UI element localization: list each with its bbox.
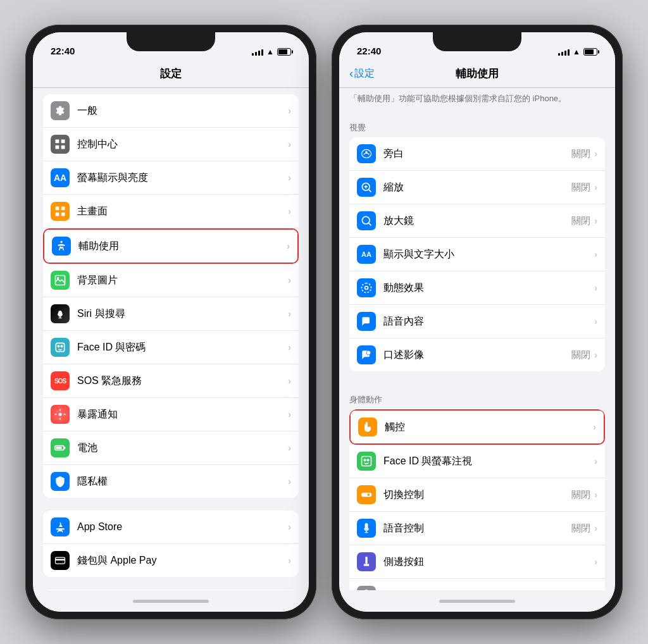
home-bar-left [133, 600, 209, 603]
touch-label: 觸控 [385, 421, 593, 434]
list-item-sos[interactable]: SOS SOS 緊急服務 › [43, 364, 299, 398]
list-item-motion[interactable]: 動態效果 › [349, 271, 605, 305]
battery-icon-right [583, 48, 597, 56]
general-label: 一般 [77, 104, 288, 118]
battery-fill-left [278, 49, 287, 54]
wallpaper-chevron: › [288, 275, 291, 285]
list-item-general[interactable]: 一般 › [43, 94, 299, 128]
list-item-passwords[interactable]: 密碼 › [43, 590, 299, 590]
list-item-voice-control[interactable]: 語音控制 關閉 › [349, 512, 605, 545]
wallet-chevron: › [288, 555, 291, 566]
list-group-stores: App Store › 錢包與 Apple Pay › [43, 511, 299, 577]
appstore-icon [51, 517, 70, 536]
svg-rect-41 [362, 457, 371, 466]
svg-point-16 [58, 345, 59, 347]
list-item-audio-desc[interactable]: 口述影像 關閉 › [349, 338, 605, 371]
nav-bar-left: 設定 [33, 60, 309, 88]
list-item-appstore[interactable]: App Store › [43, 511, 299, 544]
signal-bar-3 [258, 51, 260, 56]
svg-line-38 [368, 223, 371, 226]
faceid-gaze-chevron: › [594, 456, 597, 466]
signal-bar-r1 [558, 53, 560, 56]
faceid-label: Face ID 與密碼 [77, 341, 288, 354]
list-item-apple-tv[interactable]: Apple TV遙控器 › [349, 579, 605, 590]
exposure-label: 暴露通知 [77, 408, 288, 421]
svg-point-32 [365, 151, 367, 153]
list-item-magnifier[interactable]: 放大鏡 關閉 › [349, 204, 605, 238]
physical-section-header: 身體動作 [339, 384, 615, 409]
list-item-wallet[interactable]: 錢包與 Apple Pay › [43, 544, 299, 577]
list-item-zoom[interactable]: 縮放 關閉 › [349, 171, 605, 204]
spoken-content-label: 語音內容 [383, 315, 594, 328]
svg-rect-2 [61, 140, 65, 144]
settings-content-right: 「輔助使用」功能可協助您根據個別需求自訂您的 iPhone。 視覺 旁白 關閉 … [339, 88, 615, 590]
magnifier-icon [357, 211, 376, 230]
switch-control-label: 切換控制 [383, 488, 571, 502]
nav-bar-right: ‹ 設定 輔助使用 [339, 60, 615, 88]
voice-control-chevron: › [594, 523, 597, 533]
battery-icon-left [277, 48, 291, 56]
svg-point-39 [365, 287, 368, 290]
display-chevron: › [288, 173, 291, 183]
battery-label: 電池 [77, 442, 288, 455]
list-item-faceid-gaze[interactable]: Face ID 與螢幕注視 › [349, 445, 605, 478]
list-item-display-text[interactable]: AA 顯示與文字大小 › [349, 238, 605, 271]
list-item-switch-control[interactable]: 切換控制 關閉 › [349, 478, 605, 512]
nav-back-label: 設定 [354, 67, 375, 80]
svg-rect-4 [61, 146, 65, 149]
svg-point-42 [364, 459, 366, 461]
home-indicator-left [33, 590, 309, 612]
nav-back-button[interactable]: ‹ 設定 [349, 67, 375, 80]
list-item-accessibility[interactable]: 輔助使用 › [44, 230, 297, 263]
battery-list-icon [51, 438, 70, 457]
signal-bars-left [252, 48, 263, 56]
touch-icon [358, 418, 377, 437]
list-item-voiceover[interactable]: 旁白 關閉 › [349, 137, 605, 171]
svg-point-45 [367, 493, 370, 497]
list-item-siri[interactable]: Siri 與搜尋 › [43, 297, 299, 331]
list-group-accounts: 密碼 › 郵件 › [43, 590, 299, 590]
list-item-battery[interactable]: 電池 › [43, 431, 299, 465]
accessibility-description: 「輔助使用」功能可協助您根據個別需求自訂您的 iPhone。 [339, 88, 615, 112]
status-icons-right: ▲ [558, 47, 597, 56]
svg-rect-48 [365, 557, 367, 564]
list-item-home-screen[interactable]: 主畫面 › [43, 195, 299, 228]
list-item-display[interactable]: AA 螢幕顯示與亮度 › [43, 161, 299, 195]
status-icons-left: ▲ [252, 47, 291, 56]
exposure-chevron: › [288, 409, 291, 419]
signal-bar-r4 [568, 49, 570, 56]
battery-chevron: › [288, 443, 291, 453]
spoken-content-icon [357, 312, 376, 331]
settings-scroll-left: 一般 › 控制中心 › AA 螢幕顯示與亮度 [33, 88, 309, 590]
list-item-exposure[interactable]: 暴露通知 › [43, 398, 299, 431]
nav-back-chevron: ‹ [349, 67, 353, 80]
svg-rect-24 [56, 447, 61, 449]
general-chevron: › [288, 106, 291, 116]
display-label: 螢幕顯示與亮度 [77, 171, 288, 185]
list-item-faceid[interactable]: Face ID 與密碼 › [43, 331, 299, 364]
phone-right: 22:40 ▲ ‹ 設定 輔助使用 [332, 25, 623, 619]
audio-desc-chevron: › [594, 350, 597, 360]
list-item-spoken-content[interactable]: 語音內容 › [349, 305, 605, 338]
signal-bar-2 [255, 52, 257, 56]
wifi-icon-left: ▲ [266, 47, 274, 56]
list-item-wallpaper[interactable]: 背景圖片 › [43, 264, 299, 297]
zoom-value: 關閉 [571, 182, 590, 194]
switch-control-chevron: › [594, 490, 597, 500]
settings-content-left: 一般 › 控制中心 › AA 螢幕顯示與亮度 [33, 88, 309, 590]
list-item-touch[interactable]: 觸控 › [351, 411, 604, 443]
list-item-privacy[interactable]: 隱私權 › [43, 465, 299, 498]
side-button-label: 側邊按鈕 [383, 555, 594, 569]
svg-point-11 [57, 277, 59, 279]
svg-rect-5 [56, 207, 59, 211]
siri-icon [51, 304, 70, 323]
list-item-side-button[interactable]: 側邊按鈕 › [349, 545, 605, 579]
accessibility-icon [52, 237, 71, 256]
list-item-control-center[interactable]: 控制中心 › [43, 128, 299, 161]
svg-point-18 [59, 413, 62, 416]
apple-tv-icon [357, 586, 376, 590]
list-group-vision: 旁白 關閉 › 縮放 關閉 › [349, 137, 605, 371]
home-bar-right [439, 600, 515, 603]
switch-control-icon [357, 485, 376, 504]
magnifier-chevron: › [594, 216, 597, 226]
